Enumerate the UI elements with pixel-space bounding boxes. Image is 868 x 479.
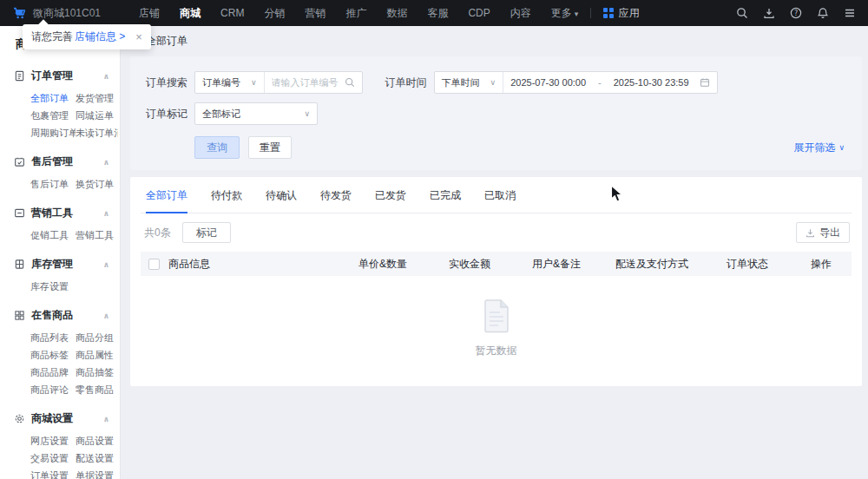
breadcrumb: 全部订单 [121, 26, 868, 49]
sidebar-item-unread-order-messages[interactable]: 未读订单消息 [76, 124, 118, 141]
sidebar-item-aftersales-orders[interactable]: 售后订单 [30, 175, 76, 193]
chevron-up-icon: ∧ [103, 72, 109, 81]
sidebar-item-promo-tools[interactable]: 促销工具 [30, 226, 76, 244]
empty-document-icon [482, 299, 511, 333]
nav-marketing[interactable]: 营销 [305, 6, 326, 21]
menu-icon[interactable] [844, 7, 856, 19]
date-range-picker[interactable]: 2025-07-30 00:00 - 2025-10-30 23:59 [503, 72, 716, 93]
sidebar-section-order-management[interactable]: 订单管理 ∧ [0, 62, 120, 88]
nav-distribution[interactable]: 分销 [264, 6, 285, 21]
chevron-down-icon: ∨ [490, 78, 496, 87]
sidebar-item-marketing-tools[interactable]: 营销工具 [76, 226, 118, 244]
sidebar-item-trade-settings[interactable]: 交易设置 [30, 449, 76, 467]
close-icon[interactable]: × [135, 30, 142, 43]
tab-pending-confirm[interactable]: 待确认 [266, 188, 297, 213]
sidebar-item-product-tags[interactable]: 商品标签 [30, 346, 76, 364]
sidebar-item-product-reviews[interactable]: 商品评论 [30, 381, 76, 398]
empty-state: 暂无数据 [141, 276, 852, 364]
date-separator: - [598, 77, 602, 88]
sidebar: 商城 订单管理 ∧ 全部订单 发货管理 包裹管理 同城运单 周期购订单 未读订单… [0, 26, 121, 479]
query-button[interactable]: 查询 [194, 136, 240, 159]
column-actions: 操作 [791, 257, 852, 272]
sidebar-item-exchange-orders[interactable]: 换货订单 [76, 175, 118, 193]
sidebar-item-order-settings[interactable]: 订单设置 [30, 467, 76, 479]
logo[interactable]: 微商城101C01 [12, 6, 101, 21]
sidebar-item-product-settings[interactable]: 商品设置 [76, 432, 118, 449]
cart-logo-icon [12, 6, 26, 20]
sidebar-item-product-lottery[interactable]: 商品抽签 [76, 364, 118, 381]
order-number-input[interactable] [272, 77, 345, 88]
nav-crm[interactable]: CRM [220, 7, 244, 19]
sidebar-section-mall-settings[interactable]: 商城设置 ∧ [0, 404, 120, 430]
sidebar-item-all-orders[interactable]: 全部订单 [30, 89, 76, 107]
sidebar-item-local-delivery[interactable]: 同城运单 [76, 107, 118, 124]
order-time-control: 下单时间 ∨ 2025-07-30 00:00 - 2025-10-30 23:… [434, 71, 718, 94]
sidebar-item-shipping-management[interactable]: 发货管理 [76, 89, 118, 107]
chevron-up-icon: ∧ [103, 158, 109, 167]
date-end[interactable]: 2025-10-30 23:59 [614, 77, 689, 88]
shop-info-link[interactable]: 店铺信息 > [75, 30, 125, 44]
export-button[interactable]: 导出 [796, 222, 850, 243]
tab-pending-payment[interactable]: 待付款 [211, 188, 242, 213]
column-order-status: 订单状态 [704, 257, 791, 272]
sidebar-item-retail-products[interactable]: 零售商品 [76, 381, 118, 398]
nav-more[interactable]: 更多▾ [551, 6, 579, 21]
search-icon[interactable] [345, 77, 355, 88]
order-search-control: 订单编号 ∨ [194, 71, 363, 94]
sidebar-section-marketing-tools[interactable]: 营销工具 ∧ [0, 199, 120, 225]
calendar-icon [700, 77, 710, 88]
sidebar-item-receipt-settings[interactable]: 单据设置 [76, 467, 118, 479]
order-tag-select[interactable]: 全部标记 ∨ [194, 102, 318, 125]
sidebar-item-product-attributes[interactable]: 商品属性 [76, 346, 118, 364]
nav-customer-service[interactable]: 客服 [427, 6, 448, 21]
sidebar-item-package-management[interactable]: 包裹管理 [30, 107, 76, 124]
order-icon [14, 70, 25, 82]
search-type-select[interactable]: 订单编号 ∨ [195, 72, 264, 93]
date-start[interactable]: 2025-07-30 00:00 [510, 77, 586, 88]
expand-filters-link[interactable]: 展开筛选 ∨ [793, 141, 845, 155]
main-nav: 店铺 商城 CRM 分销 营销 推广 数据 客服 CDP 内容 更多▾ [139, 6, 578, 21]
order-status-tabs: 全部订单 待付款 待确认 待发货 已发货 已完成 已取消 [141, 177, 852, 213]
sidebar-item-product-groups[interactable]: 商品分组 [76, 329, 118, 346]
nav-shop[interactable]: 店铺 [139, 6, 160, 21]
sidebar-section-aftersales[interactable]: 售后管理 ∧ [0, 148, 120, 174]
chevron-up-icon: ∧ [103, 209, 109, 218]
sidebar-section-products-on-sale[interactable]: 在售商品 ∧ [0, 301, 120, 327]
nav-promotion[interactable]: 推广 [345, 6, 366, 21]
chevron-down-icon: ∨ [838, 143, 845, 152]
nav-cdp[interactable]: CDP [468, 7, 490, 19]
tab-completed[interactable]: 已完成 [430, 188, 461, 213]
aftersales-icon [14, 156, 25, 167]
time-type-select[interactable]: 下单时间 ∨ [435, 72, 503, 93]
nav-content[interactable]: 内容 [510, 6, 531, 21]
apps-entry[interactable]: 应用 [603, 6, 640, 21]
mark-button[interactable]: 标记 [182, 222, 231, 243]
tab-cancelled[interactable]: 已取消 [484, 188, 516, 213]
reset-button[interactable]: 重置 [248, 136, 292, 159]
sidebar-item-product-list[interactable]: 商品列表 [30, 329, 76, 346]
main-content: 全部订单 订单搜索 订单编号 ∨ 订单时间 下单时间 ∨ [121, 26, 868, 479]
topbar: 微商城101C01 店铺 商城 CRM 分销 营销 推广 数据 客服 CDP 内… [0, 0, 868, 26]
tab-shipped[interactable]: 已发货 [375, 188, 406, 213]
nav-data[interactable]: 数据 [386, 6, 407, 21]
chevron-down-icon: ∨ [251, 78, 257, 87]
sidebar-item-inventory-settings[interactable]: 库存设置 [30, 278, 76, 295]
sidebar-item-store-settings[interactable]: 网店设置 [30, 432, 76, 449]
help-icon[interactable]: ? [790, 7, 802, 19]
orders-card: 全部订单 待付款 待确认 待发货 已发货 已完成 已取消 共0条 标记 导出 商… [130, 177, 862, 386]
select-all-checkbox[interactable] [148, 259, 160, 270]
sidebar-item-delivery-settings[interactable]: 配送设置 [76, 449, 118, 467]
sidebar-item-subscription-orders[interactable]: 周期购订单 [30, 124, 76, 141]
column-paid-amount: 实收金额 [426, 257, 513, 272]
sidebar-item-product-brands[interactable]: 商品品牌 [30, 364, 76, 381]
empty-text: 暂无数据 [141, 344, 852, 358]
search-icon[interactable] [736, 7, 748, 19]
tab-pending-shipment[interactable]: 待发货 [320, 188, 352, 213]
svg-text:?: ? [794, 10, 798, 17]
bell-icon[interactable] [817, 7, 829, 19]
sidebar-section-inventory[interactable]: 库存管理 ∧ [0, 250, 120, 276]
nav-mall[interactable]: 商城 [180, 6, 201, 21]
tab-all-orders[interactable]: 全部订单 [146, 188, 187, 213]
download-icon[interactable] [763, 7, 775, 19]
shop-name: 微商城101C01 [33, 6, 101, 21]
